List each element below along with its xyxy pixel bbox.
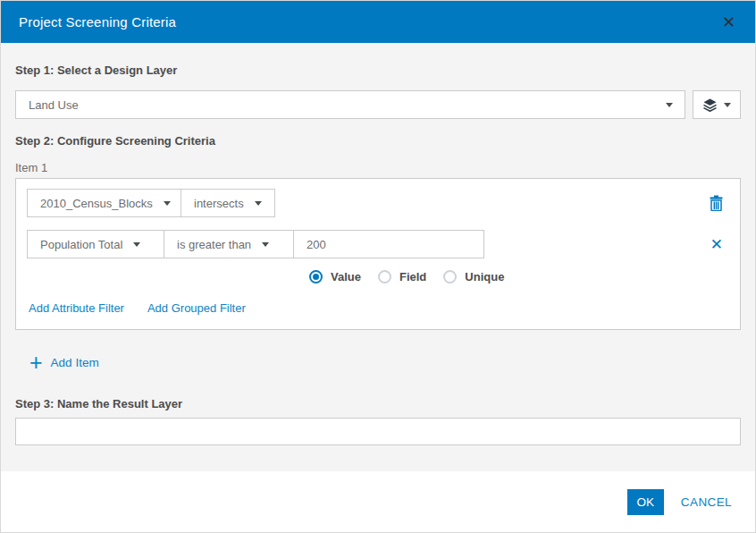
- project-screening-dialog: Project Screening Criteria ✕ Step 1: Sel…: [0, 0, 756, 533]
- delete-item-button[interactable]: [710, 195, 723, 211]
- radio-field[interactable]: [378, 270, 391, 283]
- chevron-down-icon: [724, 103, 731, 107]
- add-grouped-filter-link[interactable]: Add Grouped Filter: [147, 301, 246, 315]
- add-item-button[interactable]: + Add Item: [29, 354, 99, 370]
- screening-item: 2010_Census_Blocks intersects: [15, 178, 741, 330]
- step1-row: Land Use: [15, 90, 741, 119]
- filter-operator-value: is greater than: [177, 238, 251, 251]
- spatial-operator-select[interactable]: intersects: [181, 190, 274, 216]
- design-layer-value: Land Use: [29, 98, 79, 112]
- radio-value-label: Value: [331, 270, 361, 283]
- filter-field-select[interactable]: Population Total: [28, 231, 164, 258]
- chevron-down-icon: [164, 201, 171, 206]
- dialog-content: Step 1: Select a Design Layer Land Use S…: [1, 43, 755, 471]
- trash-icon: [710, 195, 723, 211]
- step2-label: Step 2: Configure Screening Criteria: [15, 134, 741, 148]
- criteria-layer-select[interactable]: 2010_Census_Blocks: [28, 190, 181, 216]
- chevron-down-icon: [255, 201, 262, 206]
- close-icon[interactable]: ✕: [720, 13, 737, 32]
- chevron-down-icon: [666, 103, 673, 107]
- dialog-header: Project Screening Criteria ✕: [1, 1, 755, 43]
- spatial-criteria-row: 2010_Census_Blocks intersects: [27, 189, 729, 217]
- plus-icon: +: [29, 354, 43, 370]
- cancel-button[interactable]: CANCEL: [681, 495, 732, 509]
- radio-field-label: Field: [399, 270, 426, 283]
- ok-button[interactable]: OK: [627, 489, 664, 515]
- remove-filter-icon[interactable]: ✕: [710, 237, 723, 252]
- spatial-operator-value: intersects: [194, 197, 244, 210]
- step1-label: Step 1: Select a Design Layer: [15, 63, 741, 77]
- add-attribute-filter-link[interactable]: Add Attribute Filter: [29, 301, 124, 315]
- layers-dropdown-button[interactable]: [693, 90, 741, 119]
- attribute-filter-group: Population Total is greater than: [27, 230, 484, 258]
- radio-unique[interactable]: [443, 270, 457, 283]
- spatial-criteria-group: 2010_Census_Blocks intersects: [27, 189, 275, 217]
- criteria-layer-value: 2010_Census_Blocks: [40, 197, 153, 210]
- filter-value-input[interactable]: [293, 231, 483, 258]
- value-type-radio-group: Value Field Unique: [309, 270, 729, 283]
- filter-links-row: Add Attribute Filter Add Grouped Filter: [27, 301, 729, 315]
- attribute-filter-row: Population Total is greater than ✕: [27, 230, 729, 258]
- radio-value[interactable]: [309, 270, 323, 283]
- result-layer-name-input[interactable]: [15, 418, 741, 445]
- design-layer-select[interactable]: Land Use: [15, 90, 685, 119]
- dialog-title: Project Screening Criteria: [19, 14, 176, 30]
- chevron-down-icon: [133, 242, 140, 247]
- radio-unique-label: Unique: [465, 270, 504, 283]
- dialog-footer: OK CANCEL: [1, 471, 755, 532]
- filter-operator-select[interactable]: is greater than: [164, 231, 293, 258]
- layers-icon: [702, 98, 718, 112]
- step3-label: Step 3: Name the Result Layer: [15, 397, 741, 410]
- chevron-down-icon: [262, 242, 269, 247]
- add-item-label: Add Item: [51, 356, 99, 369]
- filter-field-value: Population Total: [40, 238, 122, 251]
- item-label: Item 1: [15, 161, 741, 174]
